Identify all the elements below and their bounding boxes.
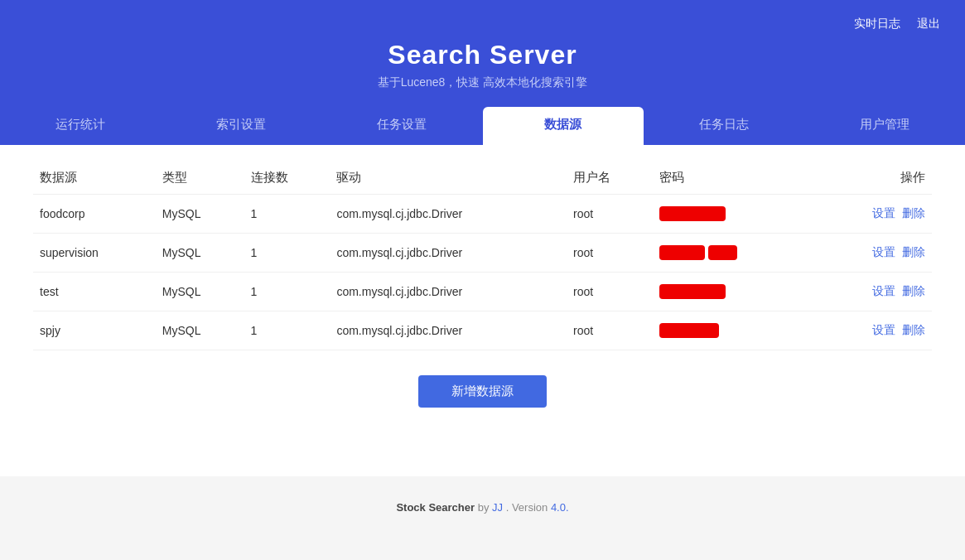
table-row: supervisionMySQL1com.mysql.cj.jdbc.Drive… (33, 234, 932, 273)
main-content: 数据源 类型 连接数 驱动 用户名 密码 操作 foodcorpMySQL1co… (0, 145, 965, 476)
col-datasource: 数据源 (33, 162, 156, 195)
header: 实时日志 退出 Search Server 基于Lucene8，快速 高效本地化… (0, 0, 965, 145)
action-delete-link[interactable]: 删除 (902, 284, 925, 297)
col-connections: 连接数 (244, 162, 331, 195)
cell-driver: com.mysql.cj.jdbc.Driver (330, 195, 567, 234)
add-datasource-button[interactable]: 新增数据源 (418, 375, 547, 408)
cell-driver: com.mysql.cj.jdbc.Driver (330, 234, 567, 273)
cell-password (653, 273, 808, 311)
cell-connections: 1 (244, 234, 331, 273)
cell-driver: com.mysql.cj.jdbc.Driver (330, 311, 567, 350)
cell-type: MySQL (156, 234, 244, 273)
app-subtitle: 基于Lucene8，快速 高效本地化搜索引擎 (0, 75, 965, 107)
table-row: testMySQL1com.mysql.cj.jdbc.Driverroot设置… (33, 273, 932, 311)
action-delete-link[interactable]: 删除 (902, 323, 925, 336)
cell-password (653, 234, 808, 273)
tab-index[interactable]: 索引设置 (161, 107, 321, 145)
action-delete-link[interactable]: 删除 (902, 245, 925, 258)
cell-action: 设置删除 (808, 234, 932, 273)
cell-type: MySQL (156, 311, 244, 350)
cell-driver: com.mysql.cj.jdbc.Driver (330, 273, 567, 311)
tab-tasklog[interactable]: 任务日志 (644, 107, 804, 145)
cell-name: foodcorp (33, 195, 156, 234)
table-row: spjyMySQL1com.mysql.cj.jdbc.Driverroot设置… (33, 311, 932, 350)
action-set-link[interactable]: 设置 (872, 323, 895, 336)
cell-type: MySQL (156, 273, 244, 311)
tab-user[interactable]: 用户管理 (804, 107, 965, 145)
realtime-log-link[interactable]: 实时日志 (854, 17, 900, 31)
action-set-link[interactable]: 设置 (872, 245, 895, 258)
footer-text1: Stock Searcher (396, 501, 475, 514)
cell-username: root (567, 234, 653, 273)
action-set-link[interactable]: 设置 (872, 284, 895, 297)
nav-tabs: 运行统计 索引设置 任务设置 数据源 任务日志 用户管理 (0, 107, 965, 145)
col-type: 类型 (156, 162, 244, 195)
cell-name: spjy (33, 311, 156, 350)
cell-connections: 1 (244, 273, 331, 311)
cell-name: test (33, 273, 156, 311)
tab-datasource[interactable]: 数据源 (483, 107, 644, 145)
cell-password (653, 195, 808, 234)
col-action: 操作 (808, 162, 932, 195)
cell-password (653, 311, 808, 350)
app-title: Search Server (0, 40, 965, 75)
tab-stats[interactable]: 运行统计 (0, 107, 161, 145)
cell-action: 设置删除 (808, 311, 932, 350)
add-datasource-container: 新增数据源 (33, 375, 932, 408)
col-driver: 驱动 (330, 162, 567, 195)
cell-username: root (567, 195, 653, 234)
footer-author: JJ (492, 501, 503, 514)
cell-username: root (567, 311, 653, 350)
cell-action: 设置删除 (808, 195, 932, 234)
cell-connections: 1 (244, 311, 331, 350)
footer-version-text: . Version (506, 501, 551, 514)
table-row: foodcorpMySQL1com.mysql.cj.jdbc.Driverro… (33, 195, 932, 234)
cell-action: 设置删除 (808, 273, 932, 311)
action-set-link[interactable]: 设置 (872, 206, 895, 220)
tab-task[interactable]: 任务设置 (321, 107, 482, 145)
logout-link[interactable]: 退出 (917, 17, 940, 31)
action-delete-link[interactable]: 删除 (902, 206, 925, 220)
footer-version: 4.0. (551, 501, 569, 514)
col-username: 用户名 (567, 162, 653, 195)
cell-name: supervision (33, 234, 156, 273)
col-password: 密码 (653, 162, 808, 195)
cell-connections: 1 (244, 195, 331, 234)
cell-type: MySQL (156, 195, 244, 234)
footer: Stock Searcher by JJ . Version 4.0. (0, 476, 965, 530)
cell-username: root (567, 273, 653, 311)
footer-by: by (478, 501, 492, 514)
datasource-table: 数据源 类型 连接数 驱动 用户名 密码 操作 foodcorpMySQL1co… (33, 162, 932, 350)
